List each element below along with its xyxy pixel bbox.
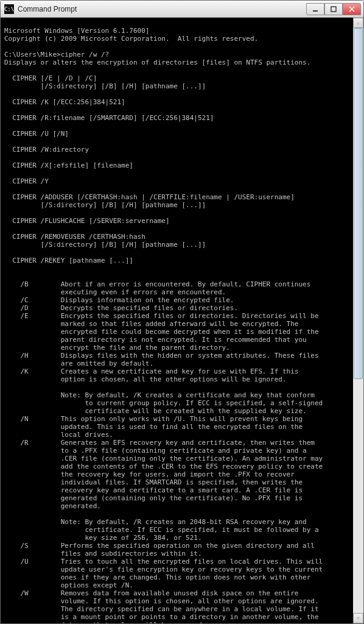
svg-rect-1 <box>331 7 336 12</box>
scroll-up-button[interactable]: ▲ <box>353 18 363 28</box>
prompt-command: cipher /w /? <box>61 51 109 58</box>
scroll-down-button[interactable]: ▼ <box>353 613 363 623</box>
scroll-track[interactable] <box>353 28 363 613</box>
console-output[interactable]: Microsoft Windows [Version 6.1.7600] Cop… <box>1 18 363 623</box>
app-icon: C:\ <box>4 4 14 14</box>
window-title: Command Prompt <box>18 5 306 13</box>
cipher-description: Displays or alters the encryption of dir… <box>4 58 310 66</box>
close-button[interactable] <box>343 3 361 15</box>
options-block: /B Abort if an error is encountered. By … <box>4 280 323 623</box>
prompt-path: C:\Users\Mike> <box>4 51 61 58</box>
command-prompt-window: C:\ Command Prompt Microsoft Windows [Ve… <box>0 0 364 624</box>
window-controls <box>306 3 361 15</box>
header-line-1: Microsoft Windows [Version 6.1.7600] <box>4 27 149 35</box>
vertical-scrollbar[interactable]: ▲ ▼ <box>353 18 363 623</box>
syntax-block: CIPHER [/E | /D | /C] [/S:directory] [/B… <box>4 74 295 264</box>
maximize-button[interactable] <box>324 3 343 15</box>
minimize-button[interactable] <box>306 3 324 15</box>
header-line-2: Copyright (c) 2009 Microsoft Corporation… <box>4 35 258 43</box>
titlebar[interactable]: C:\ Command Prompt <box>1 1 363 18</box>
scroll-thumb[interactable] <box>354 28 363 379</box>
